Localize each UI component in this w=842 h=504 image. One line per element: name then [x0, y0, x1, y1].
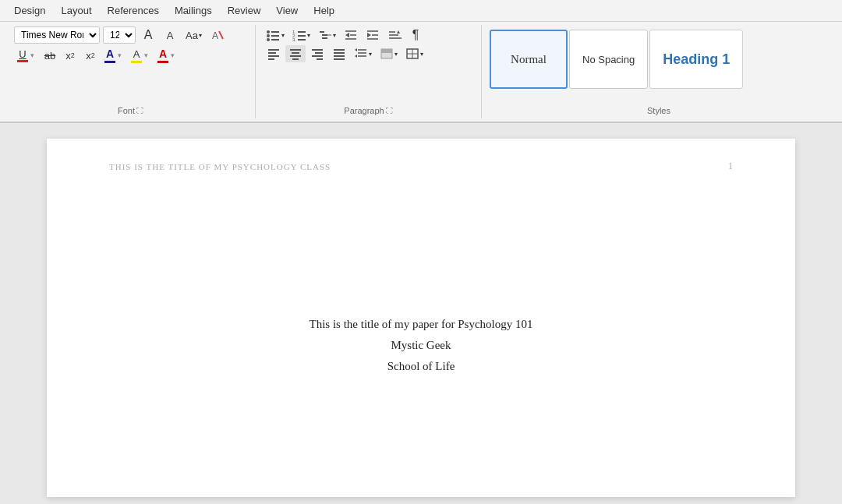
svg-point-4	[267, 34, 270, 37]
style-heading1-label: Heading 1	[663, 51, 730, 68]
font-color-button[interactable]: A ▾	[101, 47, 126, 64]
svg-line-1	[219, 31, 223, 39]
subscript-button[interactable]: x2	[61, 47, 80, 64]
svg-marker-49	[355, 48, 357, 51]
svg-marker-29	[397, 30, 400, 33]
superscript-button[interactable]: x2	[81, 47, 100, 64]
highlight-button[interactable]: A ▾	[128, 47, 153, 64]
font-row2: U ▾ ab x2 x2 A ▾	[14, 47, 227, 64]
menu-mailings[interactable]: Mailings	[167, 2, 220, 19]
bullet-list-button[interactable]: ▾	[264, 26, 288, 44]
styles-section: Normal No Spacing Heading 1 Styles	[482, 25, 836, 118]
menu-view[interactable]: View	[268, 2, 306, 19]
menu-design[interactable]: Design	[6, 2, 53, 19]
style-normal-label: Normal	[511, 53, 547, 66]
line-spacing-button[interactable]: ▾	[351, 45, 375, 62]
decrease-indent-button[interactable]	[341, 26, 361, 44]
change-case-button[interactable]: Aa▾	[182, 26, 205, 44]
institution-name: School of Life	[387, 360, 455, 373]
style-nospacing-card[interactable]: No Spacing	[569, 30, 648, 89]
document-area: THIS IS THE TITLE OF MY PSYCHOLOGY CLASS…	[0, 123, 842, 504]
svg-marker-19	[345, 33, 349, 37]
font-section-label: Font ⛶	[14, 103, 247, 115]
styles-section-label: Styles	[490, 103, 828, 115]
svg-marker-23	[367, 33, 371, 37]
menu-layout[interactable]: Layout	[53, 2, 99, 19]
font-grow-button[interactable]: A	[139, 26, 157, 44]
style-normal-card[interactable]: Normal	[490, 30, 568, 89]
multilevel-list-button[interactable]: ▾	[315, 26, 339, 44]
svg-point-2	[267, 30, 270, 33]
font-color-red-button[interactable]: A ▾	[154, 47, 179, 64]
para-row1: ▾ 1.2.3. ▾ ▾ ¶	[264, 26, 426, 44]
svg-text:A: A	[212, 30, 218, 41]
justify-button[interactable]	[329, 45, 349, 62]
align-right-button[interactable]	[307, 45, 327, 62]
font-size-select[interactable]: 12	[103, 26, 136, 44]
styles-controls: Normal No Spacing Heading 1	[490, 26, 828, 89]
paragraph-section: ▾ 1.2.3. ▾ ▾ ¶	[256, 25, 482, 118]
paragraph-section-label: Paragraph ⛶	[264, 103, 473, 115]
svg-rect-52	[381, 49, 392, 53]
align-left-button[interactable]	[264, 45, 284, 62]
numbered-list-button[interactable]: 1.2.3. ▾	[289, 26, 313, 44]
font-expand-icon[interactable]: ⛶	[136, 107, 143, 115]
menu-help[interactable]: Help	[306, 2, 342, 19]
menu-bar: Design Layout References Mailings Review…	[0, 0, 842, 22]
style-heading1-card[interactable]: Heading 1	[649, 30, 743, 89]
styles-cards: Normal No Spacing Heading 1	[490, 30, 828, 89]
clear-formatting-button[interactable]: A	[208, 26, 227, 44]
menu-review[interactable]: Review	[220, 2, 269, 19]
document-page: THIS IS THE TITLE OF MY PSYCHOLOGY CLASS…	[47, 139, 795, 497]
font-section: Times New Roman 12 A A Aa▾ A U	[6, 25, 256, 118]
document-header: THIS IS THE TITLE OF MY PSYCHOLOGY CLASS…	[109, 160, 733, 172]
document-header-title: THIS IS THE TITLE OF MY PSYCHOLOGY CLASS	[109, 162, 331, 171]
ribbon: Times New Roman 12 A A Aa▾ A U	[0, 22, 842, 123]
document-body: This is the title of my paper for Psycho…	[109, 318, 733, 373]
style-nospacing-label: No Spacing	[582, 54, 635, 65]
underline-button[interactable]: U ▾	[14, 47, 39, 64]
align-center-button[interactable]	[285, 45, 306, 62]
font-controls: Times New Roman 12 A A Aa▾ A U	[14, 26, 227, 103]
paragraph-controls: ▾ 1.2.3. ▾ ▾ ¶	[264, 26, 426, 103]
font-row1: Times New Roman 12 A A Aa▾ A	[14, 26, 227, 44]
borders-button[interactable]: ▾	[402, 45, 426, 62]
page-number: 1	[728, 160, 733, 172]
increase-indent-button[interactable]	[363, 26, 383, 44]
author-name: Mystic Geek	[391, 339, 451, 352]
menu-references[interactable]: References	[100, 2, 167, 19]
shading-button[interactable]: ▾	[377, 45, 401, 62]
svg-point-6	[267, 38, 270, 41]
svg-text:3.: 3.	[292, 37, 296, 41]
font-family-select[interactable]: Times New Roman	[14, 26, 100, 44]
font-shrink-button[interactable]: A	[161, 26, 179, 44]
sort-button[interactable]	[384, 26, 405, 44]
svg-marker-50	[355, 55, 357, 58]
paper-title: This is the title of my paper for Psycho…	[309, 318, 532, 331]
show-paragraph-button[interactable]: ¶	[406, 26, 425, 44]
para-row2: ▾ ▾ ▾	[264, 45, 426, 62]
paragraph-expand-icon[interactable]: ⛶	[386, 107, 393, 115]
strikethrough-button[interactable]: ab	[41, 47, 59, 64]
